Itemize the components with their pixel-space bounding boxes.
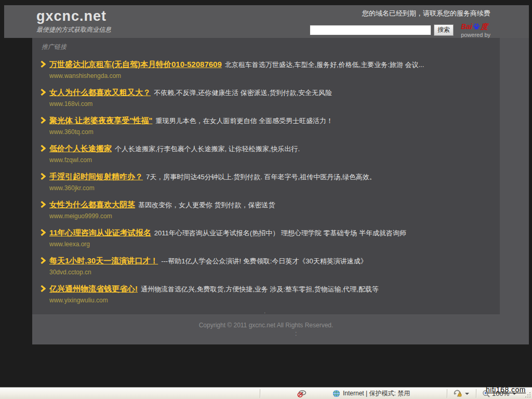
list-item: 低价个人长途搬家 个人长途搬家,行李包裹个人长途搬家, 让你轻松搬家,快乐出行.… (41, 143, 500, 164)
ad-description: 重现男儿本色，在女人面前更自信 全面感受男士旺盛活力！ (155, 116, 333, 126)
ad-description: 北京租车首选万世盛达,车型全,服务好,价格低,主要业务:旅游 会议... (225, 60, 424, 70)
ad-url: 30dvd.cctop.cn (49, 269, 500, 276)
ad-link[interactable]: 聚光体 让老婆夜夜享受"性福" (49, 115, 152, 126)
ad-description: 基因改变你，女人更爱你 货到付款，保密送货 (138, 200, 275, 210)
inprivate-filter-button[interactable] (297, 388, 307, 399)
right-margin-strip (500, 38, 529, 314)
header-right: 您的域名已经到期，请联系您的服务商续费 搜索 Bai度 powered by (310, 9, 490, 38)
ad-link[interactable]: 11年心理咨询从业证考试报名 (49, 228, 151, 238)
ad-url: www.leexa.org (49, 241, 500, 248)
baidu-logo-du: 度 (481, 22, 488, 31)
globe-icon (332, 390, 340, 397)
list-item: 聚光体 让老婆夜夜享受"性福" 重现男儿本色，在女人面前更自信 全面感受男士旺盛… (41, 115, 500, 136)
list-item: 万世盛达北京租车(无自驾)本月特价010-52087609 北京租车首选万世盛达… (41, 59, 500, 79)
ad-description: 个人长途搬家,行李包裹个人长途搬家, 让你轻松搬家,快乐出行. (115, 144, 300, 154)
search-button[interactable]: 搜索 (434, 24, 454, 36)
ad-link[interactable]: 女性为什么都喜欢大阴茎 (49, 200, 135, 210)
ad-url: www.360tq.com (49, 128, 500, 136)
ad-url: www.yixingwuliu.com (49, 297, 500, 304)
chevron-right-icon (41, 144, 47, 154)
baidu-brand[interactable]: Bai度 powered by (461, 22, 490, 38)
chevron-right-icon (41, 284, 47, 295)
ad-link[interactable]: 女人为什么都喜欢又粗又大？ (49, 87, 151, 98)
list-item: 11年心理咨询从业证考试报名 2011年心理咨询从业证考试报名(热招中） 理想心… (41, 228, 500, 248)
ad-link[interactable]: 每天1小时,30天一流演讲口才！ (49, 256, 158, 266)
baidu-logo-bai: Bai (461, 22, 472, 31)
paw-icon (473, 23, 480, 31)
ad-link[interactable]: 亿兴通州物流省钱更省心! (49, 284, 138, 294)
chevron-right-icon (41, 200, 47, 210)
powered-by-label: powered by (461, 32, 490, 38)
ad-description: 2011年心理咨询从业证考试报名(热招中） 理想心理学院 零基础专场 半年成就咨… (154, 228, 406, 238)
site-logo: gxcnc.net (36, 8, 111, 24)
page-footer: Copyright © 2011 gxcnc.net All Rights Re… (32, 314, 529, 344)
ad-description: 通州物流首选亿兴,免费取货,方便快捷,业务 涉及:整车零担,货物运输,代理,配载… (141, 284, 379, 295)
ad-url: www.meiguo9999.com (49, 212, 500, 220)
section-label: 推广链接 (42, 43, 500, 51)
list-item: 女人为什么都喜欢又粗又大？ 不依赖,不反弹,还你健康生活 保密派送,货到付款,安… (41, 87, 500, 108)
domain-expired-notice: 您的域名已经到期，请联系您的服务商续费 (310, 9, 490, 18)
list-item: 亿兴通州物流省钱更省心! 通州物流首选亿兴,免费取货,方便快捷,业务 涉及:整车… (41, 284, 500, 304)
ad-link[interactable]: 万世盛达北京租车(无自驾)本月特价010-52087609 (49, 59, 222, 70)
sponsored-links-panel: 推广链接 万世盛达北京租车(无自驾)本月特价010-52087609 北京租车首… (32, 38, 500, 314)
browser-viewport: gxcnc.net 最便捷的方式获取商业信息 您的域名已经到期，请联系您的服务商… (0, 0, 532, 399)
ad-url: www.360jkr.com (49, 184, 500, 192)
ad-url: www.wanshishengda.com (49, 72, 500, 79)
zone-text: Internet | 保护模式: 禁用 (343, 389, 410, 398)
list-item: 女性为什么都喜欢大阴茎 基因改变你，女人更爱你 货到付款，保密送货 www.me… (41, 200, 500, 220)
search-row: 搜索 Bai度 powered by (310, 22, 490, 38)
watermark-text: hifi168.com (486, 385, 526, 394)
search-input[interactable] (310, 25, 431, 35)
footer-dot: . (264, 308, 265, 315)
footer-colon: : (295, 330, 297, 337)
ad-description: 不依赖,不反弹,还你健康生活 保密派送,货到付款,安全无风险 (154, 88, 332, 98)
chevron-right-icon (41, 256, 47, 267)
ad-url: www.fzqwl.com (49, 156, 500, 164)
ad-link[interactable]: 手淫引起时间短射精咋办？ (49, 171, 143, 182)
security-report-button[interactable] (453, 388, 469, 399)
list-item: 每天1小时,30天一流演讲口才！ ---帮助1亿人学会公众演讲! 免费领取:今日… (41, 256, 500, 276)
eye-blocked-icon (297, 390, 307, 398)
statusbar-divider (447, 389, 447, 398)
chevron-right-icon (41, 88, 47, 98)
chevron-right-icon (41, 228, 47, 238)
site-logo-block: gxcnc.net 最便捷的方式获取商业信息 (36, 8, 111, 34)
page-header: gxcnc.net 最便捷的方式获取商业信息 您的域名已经到期，请联系您的服务商… (4, 5, 529, 38)
chevron-down-icon (465, 393, 469, 395)
chevron-right-icon (41, 172, 47, 182)
ad-link[interactable]: 低价个人长途搬家 (49, 143, 112, 154)
copyright-text: Copyright © 2011 gxcnc.net All Rights Re… (32, 322, 529, 329)
statusbar-divider (476, 389, 476, 398)
ad-description: 7天，房事时间达45分钟以上.货到付款. 百年老字号,祖传中医丹汤,绿色高效。 (146, 172, 376, 182)
ad-url: www.168vi.com (49, 100, 500, 108)
site-tagline: 最便捷的方式获取商业信息 (36, 25, 111, 34)
status-bar: Internet | 保护模式: 禁用 100% (0, 387, 532, 399)
list-item: 手淫引起时间短射精咋办？ 7天，房事时间达45分钟以上.货到付款. 百年老字号,… (41, 171, 500, 192)
statusbar-divider (260, 389, 260, 398)
security-zone-indicator[interactable]: Internet | 保护模式: 禁用 (332, 388, 410, 399)
chevron-right-icon (41, 60, 47, 70)
ad-description: ---帮助1亿人学会公众演讲! 免费领取:今日英才《30天精英演讲速成》 (161, 256, 367, 267)
refresh-lock-icon (453, 390, 462, 397)
chevron-right-icon (41, 116, 47, 126)
baidu-logo: Bai度 (461, 22, 488, 31)
